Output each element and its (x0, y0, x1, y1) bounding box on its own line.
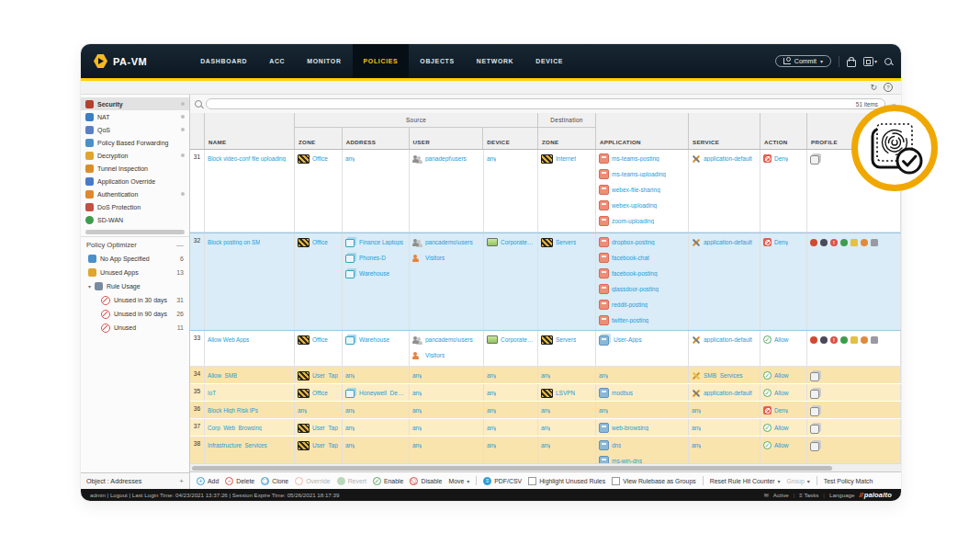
cell-value[interactable]: any (345, 407, 355, 414)
col-source-device[interactable]: DEVICE (483, 128, 537, 149)
security-profile-icon[interactable] (850, 336, 858, 344)
cell-value[interactable]: any (541, 442, 550, 448)
test-policy-match-button[interactable]: Test Policy Match (824, 478, 873, 484)
col-service[interactable]: SERVICE (689, 113, 760, 149)
po-item-no-app-specified[interactable]: No App Specified6 (81, 252, 189, 266)
security-profile-icon[interactable] (810, 239, 817, 246)
cell-value[interactable]: any (599, 372, 608, 379)
cell-value[interactable]: Office (312, 390, 328, 396)
profile-group-icon[interactable] (810, 390, 819, 399)
collapse-icon[interactable]: — (176, 241, 184, 249)
cell-value[interactable]: any (692, 425, 701, 431)
commit-button[interactable]: Commit ▾ (775, 55, 831, 67)
cell-value[interactable]: any (541, 372, 550, 379)
po-item-rule-usage[interactable]: ▾Rule Usage (81, 279, 189, 293)
scrollbar-thumb[interactable] (192, 466, 832, 471)
profile-group-icon[interactable] (810, 442, 819, 451)
sidebar-item-sd-wan[interactable]: SD-WAN (81, 213, 189, 226)
cell-value[interactable]: Visitors (425, 352, 445, 358)
security-profile-icon[interactable]: ! (830, 336, 838, 344)
cell-value[interactable]: Allow (774, 372, 789, 379)
po-item-unused-apps[interactable]: Unused Apps13 (81, 266, 189, 279)
rule-row-34[interactable]: 34Allow_SMBUser_TapanyanyanyanyanySMB_Se… (190, 367, 901, 384)
clone-button[interactable]: ❏Clone (261, 477, 288, 485)
rule-row-31[interactable]: 31Block video-conf file uploadingOfficea… (190, 150, 901, 233)
profile-group-icon[interactable] (810, 372, 819, 381)
col-source-user[interactable]: USER (410, 128, 484, 149)
tab-policies[interactable]: POLICIES (353, 44, 410, 78)
cell-value[interactable]: any (599, 407, 608, 414)
tab-device[interactable]: DEVICE (524, 44, 574, 78)
cell-value[interactable]: Phones-D (359, 255, 386, 261)
mail-icon[interactable]: ✉ (764, 492, 769, 498)
cell-value[interactable]: Warehouse (359, 270, 389, 277)
move-button[interactable]: Move▾ (448, 478, 469, 484)
sidebar-item-decryption[interactable]: Decryption (81, 149, 189, 162)
search-icon[interactable] (884, 58, 892, 65)
cell-value[interactable]: application-default (704, 239, 752, 245)
status-link-tasks[interactable]: ≡ Tasks (799, 492, 818, 498)
cell-value[interactable]: panadept\users (425, 155, 467, 162)
cell-value[interactable]: ms-teams-uploading (612, 171, 666, 177)
cell-value[interactable]: facebook-posting (612, 270, 658, 277)
sidebar-item-dos-protection[interactable]: DoS Protection (81, 200, 189, 213)
profile-group-icon[interactable] (810, 407, 819, 416)
cell-value[interactable]: Allow (774, 336, 789, 343)
rule-row-36[interactable]: 36Block High Risk IPsanyanyanyanyanyanya… (190, 402, 901, 419)
checkbox-icon[interactable] (528, 477, 536, 485)
cell-value[interactable]: LSVPN (556, 390, 575, 396)
security-profile-icon[interactable]: ! (830, 239, 838, 246)
cell-value[interactable]: any (692, 442, 701, 448)
security-profile-icon[interactable] (850, 239, 858, 246)
tab-network[interactable]: NETWORK (466, 44, 525, 78)
rule-search-input[interactable]: 51 items (206, 98, 885, 109)
cell-value[interactable]: IoT (208, 390, 216, 396)
security-profile-icon[interactable] (810, 336, 817, 344)
cell-value[interactable]: modbus (612, 390, 633, 396)
security-profile-icon[interactable] (820, 239, 828, 246)
cell-value[interactable]: Deny (774, 407, 788, 414)
cell-value[interactable]: Office (312, 155, 328, 162)
col-source-zone[interactable]: ZONE (295, 128, 343, 149)
cell-value[interactable]: Allow (774, 442, 789, 448)
cell-value[interactable]: webex-file-sharing (612, 187, 660, 193)
rule-row-32[interactable]: 32Block posting on SMOfficeFinance Lapto… (190, 233, 901, 331)
refresh-icon[interactable]: ↻ (870, 84, 877, 92)
cell-value[interactable]: application-default (704, 390, 752, 396)
cell-value[interactable]: reddit-posting (612, 301, 648, 308)
security-profile-icon[interactable] (871, 336, 878, 344)
cell-value[interactable]: Block High Risk IPs (208, 407, 258, 414)
cell-value[interactable]: any (298, 407, 307, 414)
cell-value[interactable]: Office (312, 239, 328, 245)
cell-value[interactable]: dns (612, 442, 621, 448)
security-profile-icon[interactable] (871, 239, 878, 246)
chevron-down-icon[interactable]: ▾ (88, 283, 91, 290)
rule-row-38[interactable]: 38Infrastructure_ServicesUser_Tapanyanya… (190, 437, 901, 463)
cell-value[interactable]: webex-uploading (612, 202, 657, 209)
cell-value[interactable]: any (487, 372, 496, 379)
cell-value[interactable]: application-default (704, 155, 752, 162)
sidebar-item-policy-based-forwarding[interactable]: Policy Based Forwarding (81, 136, 189, 149)
sidebar-item-security[interactable]: Security (81, 97, 189, 110)
add-button[interactable]: +Add (197, 477, 219, 485)
cell-value[interactable]: Honeywell_Devi... (359, 390, 406, 396)
cell-value[interactable]: User_Tap (312, 425, 338, 431)
cell-value[interactable]: any (487, 155, 496, 162)
save-config-button[interactable]: ▾ (863, 57, 877, 66)
sidebar-item-qos[interactable]: QoS (81, 123, 189, 136)
security-profile-icon[interactable] (840, 336, 848, 344)
cell-value[interactable]: any (412, 442, 422, 448)
cell-value[interactable]: any (345, 372, 355, 379)
col-destination-zone[interactable]: ZONE (538, 128, 595, 149)
cell-value[interactable]: Allow Web Apps (208, 336, 249, 343)
rule-row-33[interactable]: 33Allow Web AppsOfficeWarehousepancademo… (190, 331, 901, 367)
delete-button[interactable]: −Delete (225, 477, 254, 485)
cell-value[interactable]: Office (312, 336, 328, 343)
col-application[interactable]: APPLICATION (596, 113, 689, 149)
cell-value[interactable]: Allow_SMB (208, 372, 237, 379)
profile-group-icon[interactable] (810, 155, 819, 165)
cell-value[interactable]: any (487, 425, 496, 431)
cell-value[interactable]: Corp_Web_Browsing (208, 425, 262, 431)
rule-row-35[interactable]: 35IoTOfficeHoneywell_Devi...anyanyLSVPNm… (190, 384, 901, 402)
sidebar-item-application-override[interactable]: Application Override (81, 175, 189, 187)
